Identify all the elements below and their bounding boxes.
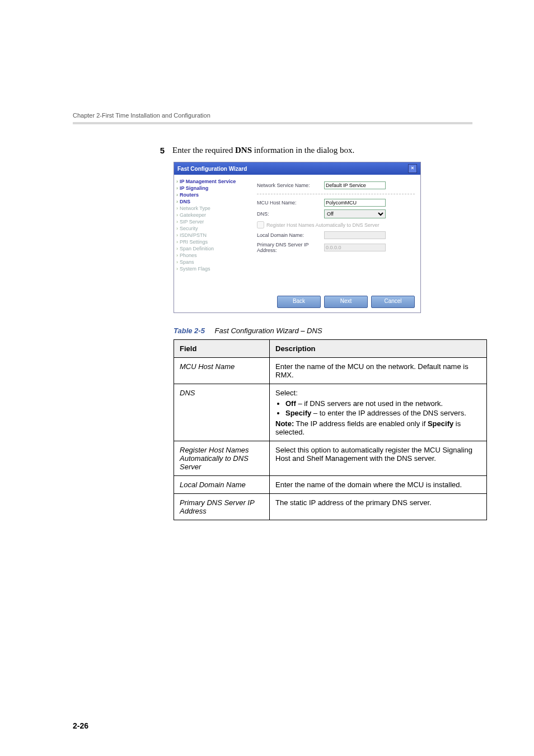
chevron-right-icon: › bbox=[176, 253, 178, 258]
label-mcu-host-name: MCU Host Name: bbox=[257, 200, 324, 206]
nav-label: IP Management Service bbox=[180, 179, 236, 184]
input-network-service-name[interactable] bbox=[324, 181, 386, 189]
label-dns: DNS: bbox=[257, 211, 324, 217]
desc-bullet: Off – if DNS servers are not used in the… bbox=[285, 399, 481, 408]
input-primary-dns-server bbox=[324, 244, 386, 251]
nav-item-ip-signaling[interactable]: ›IP Signaling bbox=[176, 185, 249, 192]
input-local-domain-name bbox=[324, 231, 386, 239]
table-field: DNS bbox=[174, 384, 270, 441]
table-caption-label: Table 2-5 bbox=[174, 326, 205, 335]
table-caption-title: Fast Configuration Wizard – DNS bbox=[215, 326, 322, 335]
wizard-titlebar: Fast Configuration Wizard × bbox=[174, 162, 420, 175]
nav-item-gatekeeper[interactable]: ›Gatekeeper bbox=[176, 212, 249, 218]
chevron-right-icon: › bbox=[176, 232, 178, 238]
table-field: Primary DNS Server IP Address bbox=[174, 494, 270, 520]
nav-label: Spans bbox=[180, 259, 194, 265]
chevron-right-icon: › bbox=[176, 199, 178, 204]
cancel-button[interactable]: Cancel bbox=[371, 296, 415, 308]
table-row: MCU Host Name Enter the name of the MCU … bbox=[174, 358, 487, 384]
nav-item-pri-settings[interactable]: ›PRI Settings bbox=[176, 239, 249, 245]
table-desc: Enter the name of the domain where the M… bbox=[270, 476, 487, 494]
desc-note: Note: The IP address fields are enabled … bbox=[275, 419, 481, 436]
nav-item-network-type[interactable]: ›Network Type bbox=[176, 205, 249, 212]
chevron-right-icon: › bbox=[176, 185, 178, 191]
close-icon[interactable]: × bbox=[408, 164, 417, 173]
nav-label: Network Type bbox=[180, 206, 210, 211]
nav-label: System Flags bbox=[180, 266, 210, 272]
table-desc: Select: Off – if DNS servers are not use… bbox=[270, 384, 487, 441]
wizard-form: Network Service Name: MCU Host Name: DNS… bbox=[251, 175, 420, 292]
chevron-right-icon: › bbox=[176, 206, 178, 211]
chevron-right-icon: › bbox=[176, 246, 178, 251]
page-number: 2-26 bbox=[73, 721, 88, 730]
desc-select-label: Select: bbox=[275, 389, 481, 397]
next-button[interactable]: Next bbox=[324, 296, 368, 308]
wizard-dialog: Fast Configuration Wizard × ›IP Manageme… bbox=[174, 162, 421, 313]
running-header: Chapter 2-First Time Installation and Co… bbox=[73, 112, 472, 124]
nav-item-ip-management-service[interactable]: ›IP Management Service bbox=[176, 178, 249, 185]
table-header-field: Field bbox=[174, 340, 270, 358]
chevron-right-icon: › bbox=[176, 219, 178, 225]
chevron-right-icon: › bbox=[176, 212, 178, 218]
nav-item-sip-server[interactable]: ›SIP Server bbox=[176, 218, 249, 225]
nav-label: IP Signaling bbox=[180, 185, 208, 191]
table-field: Local Domain Name bbox=[174, 476, 270, 494]
back-button[interactable]: Back bbox=[277, 296, 321, 308]
nav-item-dns[interactable]: ›DNS bbox=[176, 198, 249, 205]
step-text-post: information in the dialog box. bbox=[252, 146, 354, 155]
desc-bullet-text: – if DNS servers are not used in the net… bbox=[296, 399, 443, 408]
input-mcu-host-name[interactable] bbox=[324, 199, 386, 207]
nav-label: Security bbox=[180, 226, 198, 231]
table-row: DNS Select: Off – if DNS servers are not… bbox=[174, 384, 487, 441]
nav-label: DNS bbox=[180, 199, 190, 204]
desc-bullet-bold: Specify bbox=[285, 409, 311, 417]
desc-note-bold: Note: bbox=[275, 419, 294, 428]
chevron-right-icon: › bbox=[176, 226, 178, 231]
nav-item-spans[interactable]: ›Spans bbox=[176, 259, 249, 265]
nav-item-system-flags[interactable]: ›System Flags bbox=[176, 265, 249, 272]
nav-item-phones[interactable]: ›Phones bbox=[176, 252, 249, 259]
nav-label: PRI Settings bbox=[180, 239, 208, 245]
nav-item-span-definition[interactable]: ›Span Definition bbox=[176, 245, 249, 252]
step-text-bold: DNS bbox=[235, 146, 252, 155]
table-field: MCU Host Name bbox=[174, 358, 270, 384]
desc-bullet-bold: Off bbox=[285, 399, 296, 408]
table-desc: Select this option to automatically regi… bbox=[270, 441, 487, 476]
desc-note-bold2: Specify bbox=[428, 419, 453, 428]
nav-item-security[interactable]: ›Security bbox=[176, 225, 249, 232]
chevron-right-icon: › bbox=[176, 179, 178, 184]
chevron-right-icon: › bbox=[176, 239, 178, 245]
nav-label: Routers bbox=[180, 192, 199, 198]
table-row: Primary DNS Server IP Address The static… bbox=[174, 494, 487, 520]
nav-label: Span Definition bbox=[180, 246, 214, 251]
table-row: Register Host Names Automatically to DNS… bbox=[174, 441, 487, 476]
wizard-nav: ›IP Management Service ›IP Signaling ›Ro… bbox=[174, 175, 251, 292]
label-local-domain-name: Local Domain Name: bbox=[257, 232, 324, 238]
nav-item-routers[interactable]: ›Routers bbox=[176, 192, 249, 198]
label-primary-dns-server: Primary DNS Server IP Address: bbox=[257, 242, 324, 253]
chevron-right-icon: › bbox=[176, 266, 178, 272]
table-row: Local Domain Name Enter the name of the … bbox=[174, 476, 487, 494]
nav-label: Gatekeeper bbox=[180, 212, 206, 218]
step-number: 5 bbox=[151, 146, 165, 155]
nav-item-isdn-pstn[interactable]: ›ISDN/PSTN bbox=[176, 232, 249, 239]
checkbox-register-host-names bbox=[257, 221, 264, 228]
step-text-pre: Enter the required bbox=[172, 146, 235, 155]
chevron-right-icon: › bbox=[176, 259, 178, 265]
doc-table: Field Description MCU Host Name Enter th… bbox=[174, 339, 487, 520]
table-caption: Table 2-5 Fast Configuration Wizard – DN… bbox=[174, 326, 472, 335]
label-network-service-name: Network Service Name: bbox=[257, 183, 324, 188]
select-dns[interactable]: Off bbox=[324, 209, 386, 218]
nav-label: ISDN/PSTN bbox=[180, 232, 207, 238]
table-header-description: Description bbox=[270, 340, 487, 358]
wizard-title-text: Fast Configuration Wizard bbox=[177, 166, 247, 172]
table-field: Register Host Names Automatically to DNS… bbox=[174, 441, 270, 476]
nav-label: SIP Server bbox=[180, 219, 204, 225]
label-register-host-names: Register Host Names Automatically to DNS… bbox=[266, 222, 380, 228]
table-desc: Enter the name of the MCU on the network… bbox=[270, 358, 487, 384]
desc-bullet: Specify – to enter the IP addresses of t… bbox=[285, 409, 481, 417]
table-desc: The static IP address of the primary DNS… bbox=[270, 494, 487, 520]
nav-label: Phones bbox=[180, 253, 197, 258]
desc-bullet-text: – to enter the IP addresses of the DNS s… bbox=[311, 409, 466, 417]
step-instruction: Enter the required DNS information in th… bbox=[172, 146, 354, 155]
